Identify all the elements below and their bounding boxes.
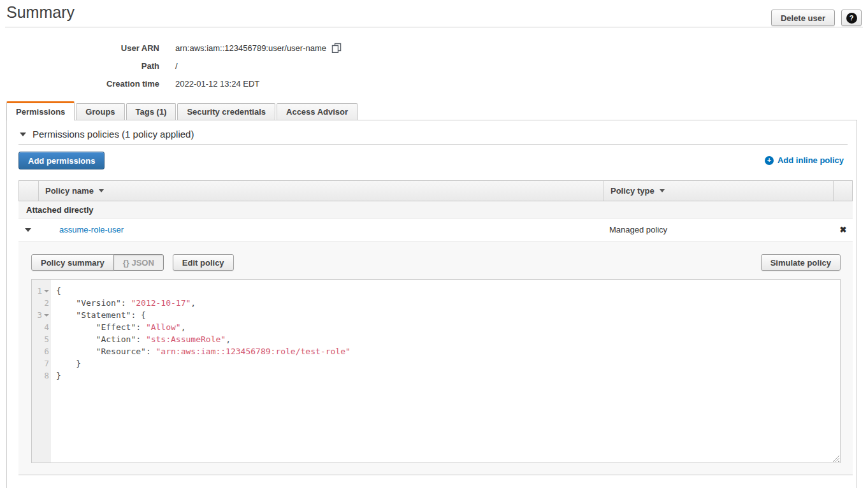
permissions-policies-section-toggle[interactable]: Permissions policies (1 policy applied) bbox=[20, 129, 194, 140]
code-line: } bbox=[51, 357, 81, 370]
editor-line: 1 { bbox=[32, 285, 840, 297]
code-string-token: "arn:aws:iam::123456789:role/test-role" bbox=[156, 347, 351, 356]
policy-json-editor[interactable]: 1 { 2 "Version": "2012-10-17", bbox=[31, 279, 841, 463]
policy-type-header-label: Policy type bbox=[611, 186, 655, 196]
code-token: , bbox=[191, 298, 196, 308]
code-line: "Statement": { bbox=[51, 309, 146, 321]
editor-line: 4 "Effect": "Allow", bbox=[32, 321, 840, 333]
code-line: "Effect": "Allow", bbox=[51, 321, 186, 333]
tab-tags[interactable]: Tags (1) bbox=[126, 103, 177, 120]
code-token: , bbox=[181, 322, 186, 332]
section-caret-down-icon bbox=[20, 133, 26, 136]
editor-lines: 1 { 2 "Version": "2012-10-17", bbox=[32, 280, 840, 382]
plus-circle-icon: + bbox=[765, 156, 774, 165]
policy-detail-toolbar: Policy summary {} JSON Edit policy Simul… bbox=[31, 254, 841, 271]
user-details: User ARN arn:aws:iam::123456789:user/use… bbox=[0, 42, 342, 96]
policy-name-header-label: Policy name bbox=[45, 186, 94, 196]
code-token: { bbox=[56, 286, 61, 296]
policy-table: Policy name Policy type Attached directl… bbox=[18, 180, 853, 475]
line-number: 6 bbox=[32, 345, 51, 357]
simulate-policy-button[interactable]: Simulate policy bbox=[761, 254, 841, 271]
editor-line: 7 } bbox=[32, 357, 840, 370]
line-number: 8 bbox=[32, 370, 51, 382]
code-line: "Resource": "arn:aws:iam::123456789:role… bbox=[51, 345, 351, 357]
help-button[interactable]: ? bbox=[841, 10, 862, 26]
page-title: Summary bbox=[6, 3, 75, 22]
line-number: 2 bbox=[32, 297, 51, 309]
code-token: "Version": bbox=[56, 298, 131, 308]
code-string-token: "2012-10-17" bbox=[131, 298, 191, 308]
code-token: "Action": bbox=[56, 334, 146, 344]
policy-summary-button[interactable]: Policy summary bbox=[31, 254, 114, 271]
line-number: 7 bbox=[32, 357, 51, 370]
section-divider bbox=[18, 144, 848, 145]
row-expand-toggle[interactable] bbox=[18, 228, 38, 232]
policy-table-row: assume-role-user Managed policy ✖ bbox=[18, 219, 853, 241]
attached-directly-group-row: Attached directly bbox=[18, 201, 853, 219]
detail-row-creation-time: Creation time 2022-01-12 13:24 EDT bbox=[0, 78, 342, 89]
editor-line: 3 "Statement": { bbox=[32, 309, 840, 321]
delete-user-button[interactable]: Delete user bbox=[771, 10, 835, 26]
policy-detail-expanded-area: Policy summary {} JSON Edit policy Simul… bbox=[18, 241, 853, 475]
path-value: / bbox=[175, 61, 178, 71]
editor-resize-handle[interactable] bbox=[832, 455, 839, 462]
line-number-text: 5 bbox=[44, 333, 49, 345]
editor-line: 6 "Resource": "arn:aws:iam::123456789:ro… bbox=[32, 345, 840, 357]
code-token: , bbox=[226, 334, 231, 344]
policy-name-link[interactable]: assume-role-user bbox=[38, 225, 603, 234]
detail-row-path: Path / bbox=[0, 60, 342, 71]
header-actions-column bbox=[833, 181, 852, 201]
line-number: 5 bbox=[32, 333, 51, 345]
permissions-tab-panel: Permissions policies (1 policy applied) … bbox=[6, 120, 857, 488]
fold-caret-icon[interactable] bbox=[44, 290, 49, 292]
permissions-policies-heading: Permissions policies (1 policy applied) bbox=[33, 129, 194, 140]
line-number: 1 bbox=[32, 285, 51, 297]
copy-icon[interactable] bbox=[331, 43, 342, 53]
tab-bar: Permissions Groups Tags (1) Security cre… bbox=[6, 101, 358, 120]
line-number-text: 3 bbox=[37, 309, 42, 321]
add-inline-policy-link[interactable]: + Add inline policy bbox=[765, 155, 844, 165]
add-inline-policy-label: Add inline policy bbox=[778, 155, 844, 165]
line-number-text: 1 bbox=[37, 285, 42, 297]
user-arn-label: User ARN bbox=[0, 43, 159, 53]
tab-security-credentials[interactable]: Security credentials bbox=[177, 103, 275, 120]
tab-groups[interactable]: Groups bbox=[76, 103, 124, 120]
code-string-token: "Allow" bbox=[146, 322, 181, 332]
policy-table-header: Policy name Policy type bbox=[18, 180, 853, 201]
code-token: "Effect": bbox=[56, 322, 146, 332]
sort-caret-icon bbox=[99, 189, 104, 192]
line-number-text: 6 bbox=[44, 345, 49, 357]
row-caret-down-icon bbox=[25, 228, 31, 232]
creation-time-label: Creation time bbox=[0, 79, 159, 89]
code-line: { bbox=[51, 285, 61, 297]
code-token: "Statement": { bbox=[56, 310, 146, 320]
line-number-text: 4 bbox=[44, 321, 49, 333]
code-line: "Action": "sts:AssumeRole", bbox=[51, 333, 231, 345]
detach-policy-x-icon[interactable]: ✖ bbox=[834, 225, 853, 234]
question-icon: ? bbox=[846, 13, 857, 24]
line-number: 3 bbox=[32, 309, 51, 321]
code-token: } bbox=[56, 371, 61, 380]
line-number: 4 bbox=[32, 321, 51, 333]
editor-line: 2 "Version": "2012-10-17", bbox=[32, 297, 840, 309]
json-view-button[interactable]: {} JSON bbox=[113, 254, 164, 271]
edit-policy-button[interactable]: Edit policy bbox=[173, 254, 234, 271]
code-token: "Resource": bbox=[56, 347, 156, 356]
detail-row-user-arn: User ARN arn:aws:iam::123456789:user/use… bbox=[0, 42, 342, 54]
tab-access-advisor[interactable]: Access Advisor bbox=[277, 103, 358, 120]
editor-line: 8 } bbox=[32, 370, 840, 382]
policy-name-column-header[interactable]: Policy name bbox=[38, 181, 604, 201]
creation-time-value: 2022-01-12 13:24 EDT bbox=[175, 79, 259, 89]
editor-line: 5 "Action": "sts:AssumeRole", bbox=[32, 333, 840, 345]
path-label: Path bbox=[0, 61, 159, 71]
line-number-text: 8 bbox=[44, 370, 49, 382]
policy-type-column-header[interactable]: Policy type bbox=[604, 181, 833, 201]
user-arn-text: arn:aws:iam::123456789:user/user-name bbox=[175, 43, 326, 53]
header-expand-column bbox=[19, 181, 38, 201]
code-token: } bbox=[56, 359, 81, 368]
header-divider bbox=[5, 27, 863, 27]
add-permissions-button[interactable]: Add permissions bbox=[18, 152, 105, 169]
tab-permissions[interactable]: Permissions bbox=[6, 101, 75, 120]
header-actions: Delete user ? bbox=[771, 10, 862, 26]
fold-caret-icon[interactable] bbox=[44, 314, 49, 317]
